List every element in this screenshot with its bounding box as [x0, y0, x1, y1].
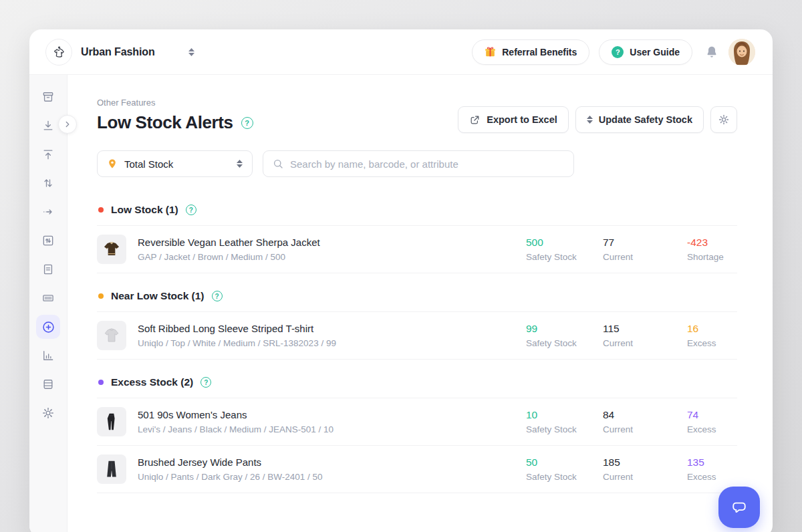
- product-name: Brushed Jersey Wide Pants: [138, 456, 526, 468]
- product-image-jeans: [97, 407, 126, 436]
- sort-arrows-icon: [237, 160, 243, 168]
- excess-stat: 74 Excess: [687, 409, 737, 434]
- stock-scope-select[interactable]: Total Stock: [97, 150, 253, 177]
- current-stat: 77 Current: [603, 237, 687, 262]
- status-dot: [98, 293, 104, 299]
- stock-scope-value: Total Stock: [124, 158, 230, 170]
- filter-row: Total Stock: [97, 150, 737, 177]
- referral-benefits-label: Referral Benefits: [502, 47, 577, 57]
- product-attributes: Uniqlo / Top / White / Medium / SRL-1382…: [138, 338, 526, 348]
- section-label: Low Stock (1): [111, 204, 178, 216]
- section-near-low-stock: Near Low Stock (1) ? Soft Ribbed Long Sl…: [97, 282, 737, 360]
- gear-icon: [718, 114, 730, 126]
- sidebar: [29, 75, 68, 532]
- workspace-name: Urban Fashion: [81, 46, 155, 58]
- user-avatar[interactable]: [728, 39, 755, 65]
- current-stat: 185 Current: [603, 456, 687, 482]
- section-excess-stock: Excess Stock (2) ? 501 90s Women's Jeans…: [97, 368, 737, 493]
- section-header: Excess Stock (2) ?: [97, 368, 737, 398]
- row-stats: 50 Safety Stock 185 Current 135 Excess: [526, 456, 737, 482]
- help-icon[interactable]: ?: [186, 205, 196, 215]
- row-stats: 99 Safety Stock 115 Current 16 Excess: [526, 323, 737, 348]
- breadcrumb: Other Features: [97, 98, 253, 108]
- safety-stock-stat: 99 Safety Stock: [526, 323, 603, 348]
- download-icon[interactable]: [36, 114, 60, 138]
- user-guide-button[interactable]: ? User Guide: [599, 39, 692, 65]
- arrows-up-down-icon[interactable]: [36, 171, 60, 195]
- product-row[interactable]: 501 90s Women's Jeans Levi's / Jeans / B…: [97, 398, 737, 446]
- section-label: Near Low Stock (1): [111, 290, 205, 302]
- topbar-actions: Referral Benefits ? User Guide: [472, 39, 755, 65]
- notifications-bell-icon[interactable]: [704, 45, 719, 59]
- help-icon[interactable]: ?: [212, 291, 223, 301]
- product-image-tshirt: [97, 321, 126, 350]
- product-image-jacket: [97, 235, 126, 264]
- status-dot: [98, 380, 104, 385]
- product-name: Reversible Vegan Leather Sherpa Jacket: [138, 237, 526, 248]
- help-icon[interactable]: ?: [200, 377, 211, 388]
- referral-benefits-button[interactable]: Referral Benefits: [472, 39, 589, 65]
- product-name: Soft Ribbed Long Sleeve Striped T-shirt: [138, 323, 526, 334]
- safety-stock-stat: 10 Safety Stock: [526, 409, 603, 434]
- search-input[interactable]: [290, 158, 565, 170]
- product-attributes: GAP / Jacket / Brown / Medium / 500: [138, 252, 526, 262]
- export-to-excel-label: Export to Excel: [487, 114, 557, 125]
- search-icon: [272, 158, 284, 170]
- section-header: Near Low Stock (1) ?: [97, 282, 737, 312]
- product-row[interactable]: Soft Ribbed Long Sleeve Striped T-shirt …: [97, 312, 737, 360]
- current-stat: 115 Current: [603, 323, 687, 348]
- product-attributes: Levi's / Jeans / Black / Medium / JEANS-…: [138, 424, 526, 434]
- location-pin-icon: [107, 158, 118, 169]
- workspace-switcher[interactable]: Urban Fashion: [45, 39, 194, 65]
- question-circle-icon: ?: [612, 46, 624, 58]
- gear-icon[interactable]: [36, 401, 60, 425]
- gift-icon: [485, 46, 496, 57]
- app-window: Urban Fashion Referral Benefits: [29, 29, 773, 532]
- dotted-arrow-right-icon[interactable]: [36, 200, 60, 224]
- section-header: Low Stock (1) ?: [97, 196, 737, 226]
- safety-stock-stat: 50 Safety Stock: [526, 456, 603, 482]
- sidebar-expand-button[interactable]: [58, 115, 77, 134]
- row-stats: 500 Safety Stock 77 Current -423 Shortag…: [526, 237, 737, 262]
- box-transfer-icon[interactable]: [36, 229, 60, 253]
- product-attributes: Uniqlo / Pants / Dark Gray / 26 / BW-240…: [138, 472, 526, 482]
- document-icon[interactable]: [36, 257, 60, 281]
- upload-icon[interactable]: [36, 142, 60, 166]
- help-icon[interactable]: ?: [241, 117, 253, 129]
- section-label: Excess Stock (2): [111, 376, 193, 388]
- archive-box-icon[interactable]: [36, 85, 60, 109]
- chat-launcher-button[interactable]: [718, 487, 760, 528]
- stack-icon[interactable]: [36, 372, 60, 396]
- bar-chart-icon[interactable]: [36, 344, 60, 368]
- topbar: Urban Fashion Referral Benefits: [29, 29, 773, 75]
- chevron-up-down-icon: [188, 48, 194, 56]
- excess-stat: 135 Excess: [687, 456, 737, 482]
- update-safety-stock-label: Update Safety Stock: [599, 114, 692, 125]
- row-stats: 10 Safety Stock 84 Current 74 Excess: [526, 409, 737, 434]
- settings-button[interactable]: [710, 106, 737, 133]
- search-box: [263, 150, 574, 177]
- header-actions: Export to Excel Update Safety Stock: [458, 106, 737, 133]
- main-content: Other Features Low Stock Alerts ? Export…: [68, 75, 773, 532]
- excess-stat: 16 Excess: [687, 323, 737, 348]
- status-dot: [98, 207, 104, 213]
- shortage-stat: -423 Shortage: [687, 237, 737, 262]
- tshirt-on-hanger-icon: [45, 39, 72, 65]
- export-to-excel-button[interactable]: Export to Excel: [458, 106, 569, 133]
- barcode-icon[interactable]: [36, 286, 60, 310]
- section-low-stock: Low Stock (1) ? Reversible Vegan Leather: [97, 196, 737, 273]
- page-header: Other Features Low Stock Alerts ? Export…: [97, 98, 737, 133]
- product-image-pants: [97, 454, 126, 484]
- page-title: Low Stock Alerts: [97, 112, 233, 133]
- export-icon: [469, 114, 481, 126]
- update-safety-stock-button[interactable]: Update Safety Stock: [575, 106, 704, 133]
- product-row[interactable]: Brushed Jersey Wide Pants Uniqlo / Pants…: [97, 446, 737, 493]
- plus-circle-icon[interactable]: [36, 315, 60, 339]
- product-name: 501 90s Women's Jeans: [138, 409, 526, 420]
- chat-bubble-icon: [730, 498, 749, 517]
- sort-arrows-icon: [587, 116, 593, 124]
- user-guide-label: User Guide: [630, 47, 680, 57]
- product-row[interactable]: Reversible Vegan Leather Sherpa Jacket G…: [97, 226, 737, 273]
- stock-sections: Low Stock (1) ? Reversible Vegan Leather: [97, 196, 737, 493]
- safety-stock-stat: 500 Safety Stock: [526, 237, 603, 262]
